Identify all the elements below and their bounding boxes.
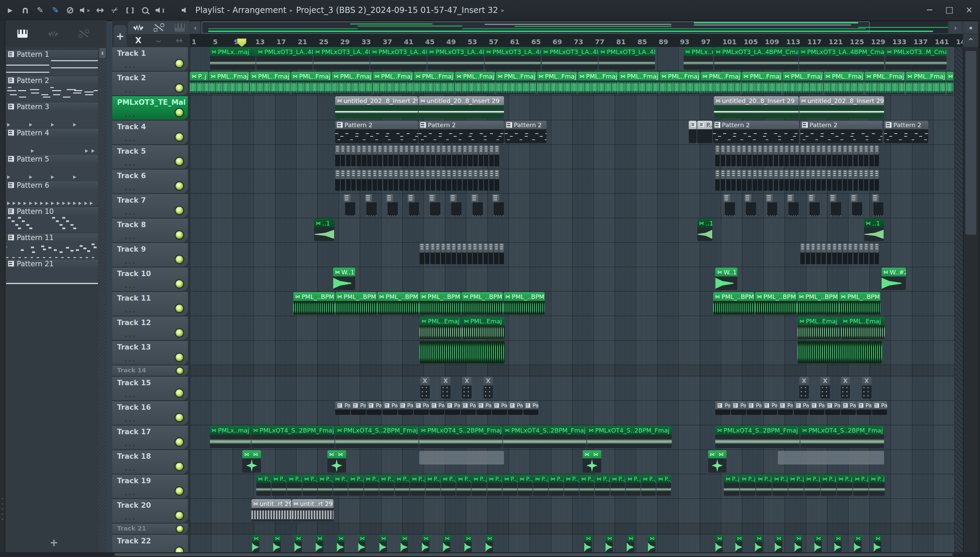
mini-pattern-clip[interactable] (494, 243, 498, 264)
mini-pattern-clip[interactable] (446, 243, 451, 264)
mini-pattern-clip[interactable] (822, 243, 826, 264)
vertical-scrollbar[interactable] (963, 47, 978, 552)
clip[interactable]: ⋈PML_..BPM (420, 292, 461, 314)
mini-pattern-clip[interactable] (784, 170, 789, 191)
clip[interactable]: ⋈ (294, 535, 302, 552)
clip[interactable]: ⋈ (648, 535, 655, 552)
mini-pattern-clip[interactable] (869, 243, 874, 264)
mini-pattern-clip[interactable] (806, 243, 810, 264)
clip[interactable]: Pa.. (731, 401, 746, 424)
mini-pattern-clip[interactable] (410, 145, 414, 166)
mini-pattern-clip[interactable] (774, 170, 778, 191)
clip[interactable]: ⋈P..j (302, 475, 317, 497)
playlist-lane-16[interactable]: Pa..Pa..Pa..Pa..Pa..Pa..Pa..Pa..Pa..Pa..… (190, 401, 954, 425)
pattern-item[interactable]: Pattern 5 (6, 155, 98, 180)
track-header-17[interactable]: Track 17... (112, 426, 188, 449)
track-options-dots[interactable]: ... (124, 184, 136, 192)
clip[interactable]: ⋈PML..Fmaj (701, 72, 741, 94)
clip[interactable]: X (420, 377, 430, 399)
playback-icon[interactable]: ‖ (152, 3, 167, 18)
track-mute-led[interactable] (176, 133, 183, 141)
node-mode-icon[interactable] (152, 20, 167, 35)
track-header-11[interactable]: Track 11... (112, 292, 188, 316)
track-options-dots[interactable]: ... (124, 513, 136, 521)
clip[interactable]: ⋈untitled_20..8_Insert 29 (714, 96, 799, 119)
mini-pattern-clip[interactable] (832, 243, 837, 264)
clip[interactable]: Pa.. (508, 401, 523, 424)
mini-pattern-clip[interactable] (742, 170, 746, 191)
clip[interactable]: Pattern 2 (800, 121, 882, 143)
mini-pattern-clip[interactable] (394, 145, 398, 166)
pattern-item[interactable]: Pattern 21 (6, 259, 98, 285)
playlist-lane-22[interactable]: ⋈⋈⋈⋈⋈⋈⋈⋈⋈⋈⋈⋈⋈⋈⋈⋈⋈⋈⋈⋈⋈⋈⋈⋈⋈ (190, 534, 954, 552)
clip[interactable]: ⋈P..j (580, 475, 594, 497)
mini-pattern-clip[interactable] (874, 243, 879, 264)
mini-pattern-clip[interactable] (800, 243, 805, 264)
mini-pattern-clip[interactable] (790, 170, 794, 191)
mini-pattern-clip[interactable] (372, 170, 377, 191)
mini-pattern-clip[interactable] (816, 170, 821, 191)
mute-icon[interactable]: × (78, 3, 93, 18)
clip[interactable]: ⋈..1 (697, 219, 712, 241)
clip[interactable]: ⋈ (485, 535, 493, 552)
mini-pattern-clip[interactable] (335, 145, 340, 166)
track-mute-led[interactable] (176, 84, 183, 92)
spaced-pattern-clip[interactable] (408, 194, 420, 216)
clip[interactable] (420, 341, 504, 363)
track-options-dots[interactable]: ... (124, 415, 136, 423)
mini-pattern-clip[interactable] (758, 145, 762, 166)
playlist-lane-15[interactable]: XXXXXXXX (190, 376, 954, 401)
clip[interactable]: ⋈P..j (487, 475, 502, 497)
clip[interactable]: X (841, 377, 850, 399)
clip[interactable]: ⋈PML..Fmaj (578, 72, 618, 94)
mini-pattern-clip[interactable] (479, 170, 483, 191)
track-header-8[interactable]: Track 8... (112, 219, 188, 242)
clip[interactable]: ⋈P..j (946, 72, 954, 94)
clip[interactable]: Pa.. (382, 401, 397, 424)
mini-pattern-clip[interactable] (488, 243, 493, 264)
clip[interactable]: Pattern 2 (713, 121, 799, 143)
track-header-20[interactable]: Track 20... (112, 499, 188, 523)
zoom-icon[interactable] (137, 3, 152, 18)
mini-pattern-clip[interactable] (816, 145, 821, 166)
mini-pattern-clip[interactable] (768, 170, 773, 191)
mini-pattern-clip[interactable] (838, 145, 842, 166)
mini-pattern-clip[interactable] (346, 170, 351, 191)
clip[interactable]: ⋈P..j (804, 475, 820, 497)
clip[interactable]: ⋈PML..Fmaj (782, 72, 823, 94)
clip[interactable]: ⋈P..j (724, 475, 739, 497)
clip[interactable]: Pa.. (492, 401, 507, 424)
mini-pattern-clip[interactable] (827, 243, 831, 264)
clip[interactable] (798, 341, 882, 363)
clip[interactable]: ⋈PMLxOT3_LA..4BPM_Cmaj (799, 47, 884, 70)
mini-pattern-clip[interactable] (346, 145, 351, 166)
automation-flat-clip[interactable] (419, 451, 504, 464)
mini-pattern-clip[interactable] (827, 145, 831, 166)
minimize-button[interactable]: − (923, 5, 936, 15)
mini-pattern-clip[interactable] (843, 145, 847, 166)
playlist-lane-18[interactable]: ⋈⋈⋈⋈⋈⋈⋈⋈ (190, 450, 954, 474)
mini-pattern-clip[interactable] (431, 170, 435, 191)
play-icon[interactable]: ▶ (3, 3, 18, 18)
horizontal-scrollbar[interactable] (0, 552, 980, 557)
playlist-lane-9[interactable] (190, 243, 954, 267)
mini-pattern-clip[interactable] (495, 145, 499, 166)
clip[interactable]: X (862, 377, 871, 399)
track-options-dots[interactable]: ... (124, 208, 136, 216)
mini-pattern-clip[interactable] (351, 145, 356, 166)
maximize-button[interactable]: □ (943, 5, 956, 15)
pattern-scrollbar[interactable]: ▮ (98, 47, 106, 552)
clip[interactable]: ⋈P..j (256, 475, 271, 497)
clip[interactable]: ⋈PML..Fmaj (824, 72, 864, 94)
spaced-pattern-clip[interactable] (808, 194, 820, 216)
clip[interactable]: ⋈ (854, 535, 862, 552)
clip[interactable]: ⋈PMLxOT4_S..2BPM_Fmaj (252, 426, 335, 448)
mini-pattern-clip[interactable] (779, 170, 784, 191)
clip[interactable]: ⋈P..j (595, 475, 609, 497)
track-header-18[interactable]: Track 18... (112, 450, 188, 474)
clip[interactable]: ⋈PML..Fmaj (250, 72, 290, 94)
mini-pattern-clip[interactable] (753, 170, 757, 191)
clip[interactable]: ⋈ (814, 535, 822, 552)
clip[interactable]: ⋈PMLxOT4_S..2BPM_Fmaj (503, 426, 586, 448)
scroll-up-button[interactable]: ^ (963, 34, 978, 47)
